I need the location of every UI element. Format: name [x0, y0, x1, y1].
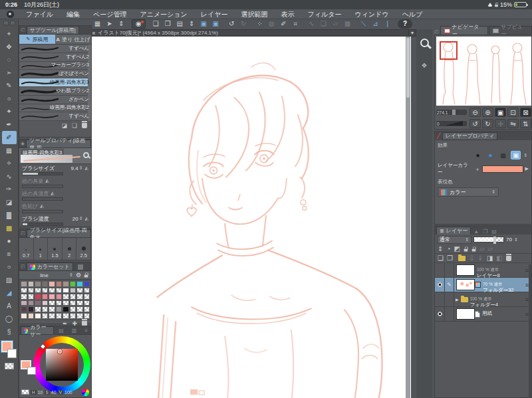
- color-swatch[interactable]: [21, 281, 27, 287]
- color-swatch[interactable]: [76, 300, 83, 306]
- rotate-right-icon[interactable]: ↻: [482, 119, 493, 128]
- transfer-down-icon[interactable]: ⇩: [469, 254, 474, 262]
- line-correct-tool[interactable]: §: [2, 326, 17, 339]
- color-swatch[interactable]: [21, 300, 27, 306]
- color-swatch[interactable]: [21, 313, 27, 319]
- tab-nuri-shiage[interactable]: A塗り 仕上げ: [55, 35, 91, 44]
- quick-magnifier-icon[interactable]: [420, 39, 429, 47]
- zoom-out-icon[interactable]: ⊖: [469, 108, 481, 117]
- layer-search-tab[interactable]: ▲: [472, 229, 480, 235]
- layer-panel-tab[interactable]: ≣レイヤー: [436, 227, 471, 235]
- vector-snap-line-icon[interactable]: ⟍: [358, 19, 369, 29]
- save-canvas-icon[interactable]: ▤: [174, 19, 186, 29]
- mask-show-icon[interactable]: ▱: [488, 245, 493, 252]
- color-swatch[interactable]: [70, 306, 76, 312]
- color-circle-tab[interactable]: カラーサー: [21, 326, 54, 334]
- color-swatch[interactable]: [35, 313, 41, 319]
- brush-item[interactable]: マーカーブラシ3: [19, 62, 91, 70]
- color-swatch[interactable]: [56, 288, 63, 294]
- pen-tool[interactable]: ✐: [2, 131, 17, 144]
- plus-icon[interactable]: ＋: [475, 165, 480, 173]
- dock-collapse-icon[interactable]: ◉: [21, 141, 25, 146]
- menu-item[interactable]: 表示: [275, 9, 301, 19]
- open-canvas-icon[interactable]: ❐: [162, 19, 174, 29]
- canvas-title-bar[interactable]: イラスト70[復元]* (4964 x 3508px 300dpi 274.1%…: [89, 29, 416, 37]
- zoom-100-icon[interactable]: ▣: [495, 108, 506, 117]
- watercolor-edge-icon[interactable]: ●: [485, 151, 495, 159]
- color-swatch[interactable]: [76, 281, 83, 287]
- border-effect-icon[interactable]: ●: [473, 151, 483, 159]
- property-slider[interactable]: [22, 185, 63, 188]
- zoom-slider[interactable]: 274.1: [436, 110, 467, 115]
- lasso-tool[interactable]: ○: [2, 92, 17, 106]
- merge-down-icon[interactable]: ⇓: [477, 254, 483, 262]
- color-swatch[interactable]: [28, 300, 35, 306]
- add-subtool-icon[interactable]: ❏: [72, 122, 77, 129]
- transform-icon[interactable]: ⌗: [290, 19, 301, 29]
- eyedropper-tool[interactable]: ✒: [2, 118, 17, 132]
- effect-stepper-icon[interactable]: ⇕: [523, 153, 527, 158]
- color-swatch[interactable]: [28, 281, 35, 287]
- apply-mask-icon[interactable]: ◧: [496, 254, 502, 262]
- layer-extra-tab[interactable]: ▤: [490, 229, 498, 235]
- pressure-icon[interactable]: ◭: [85, 165, 88, 171]
- canvas-surface[interactable]: [92, 37, 411, 398]
- color-swatch[interactable]: [76, 294, 83, 300]
- new-layer-kinds-icon[interactable]: ❐: [447, 254, 453, 262]
- balloon-tool[interactable]: ◯: [2, 312, 17, 326]
- decoration-tool[interactable]: ▦: [2, 144, 17, 157]
- set-stepper-icon[interactable]: ⇕: [69, 272, 73, 278]
- color-swatch[interactable]: [63, 300, 69, 306]
- airbrush-tool[interactable]: ✧: [2, 157, 17, 170]
- tone-effect-icon[interactable]: ▩: [498, 151, 508, 159]
- delete-layer-icon[interactable]: [506, 256, 511, 261]
- transparent-color-swatch[interactable]: [5, 363, 14, 369]
- clip-studio-start-icon[interactable]: ◉: [132, 19, 146, 29]
- frame-border-icon[interactable]: ▩: [342, 19, 353, 29]
- new-canvas-icon[interactable]: ❏: [150, 19, 162, 29]
- tab-genkoyou[interactable]: ✎原稿用: [19, 35, 55, 44]
- color-swatch[interactable]: [84, 313, 90, 319]
- color-swatch[interactable]: [84, 294, 90, 300]
- visibility-cell[interactable]: [435, 278, 445, 292]
- decoration2-tool[interactable]: ▩: [2, 222, 17, 235]
- eraser-tool[interactable]: ◪: [2, 196, 17, 209]
- color-mixer-tab[interactable]: ▥: [68, 326, 80, 334]
- lock-alpha-icon[interactable]: [472, 249, 476, 251]
- color-swatch[interactable]: [28, 306, 35, 312]
- dock-collapse-icon[interactable]: ◰: [21, 231, 25, 236]
- color-swatch[interactable]: [21, 306, 27, 312]
- brush-item[interactable]: すずぺん: [19, 45, 91, 53]
- figure-tool[interactable]: ○: [2, 260, 17, 274]
- expression-color-dropdown[interactable]: カラー ⇕: [438, 187, 499, 197]
- color-swatch[interactable]: [28, 294, 35, 300]
- menu-item[interactable]: アニメーション: [133, 9, 194, 19]
- background-color-swatch[interactable]: [7, 349, 17, 358]
- menu-item[interactable]: ウィンドウ: [348, 9, 395, 19]
- clip-studio-logo[interactable]: [7, 11, 14, 18]
- color-swatch[interactable]: [35, 294, 41, 300]
- rotate-view-tool[interactable]: ◌: [2, 53, 17, 66]
- color-slider-tab[interactable]: ▤: [55, 326, 67, 334]
- color-swatch[interactable]: [42, 281, 49, 287]
- vector-snap-pen-icon[interactable]: ❘: [382, 19, 393, 29]
- text-tool[interactable]: A: [2, 300, 17, 313]
- transparent-color-swatch[interactable]: [21, 389, 29, 395]
- layer-color-icon[interactable]: ▣: [511, 151, 521, 159]
- color-swatch[interactable]: [21, 288, 27, 294]
- color-swatch[interactable]: [56, 281, 63, 287]
- fit-screen-icon[interactable]: ⊡: [507, 108, 519, 117]
- property-slider[interactable]: [22, 197, 63, 201]
- snap-special-icon[interactable]: ❏: [318, 19, 329, 29]
- blend-mode-dropdown[interactable]: 通常⇕: [437, 236, 471, 244]
- color-swatch[interactable]: [49, 300, 55, 306]
- color-swatch[interactable]: [28, 313, 35, 319]
- saturation-value[interactable]: 40: [51, 390, 57, 395]
- property-value[interactable]: 9.4: [71, 165, 78, 171]
- selection-pen-tool[interactable]: ✎: [2, 79, 17, 92]
- brush-item[interactable]: すずぺん: [19, 112, 91, 121]
- export-psd-icon[interactable]: ▣: [210, 19, 221, 29]
- subtool-panel-tab[interactable]: サブツール[原稿用]: [27, 26, 79, 34]
- droplet-tool[interactable]: ●: [2, 235, 17, 248]
- dock-collapse-icon[interactable]: ◰: [434, 29, 439, 35]
